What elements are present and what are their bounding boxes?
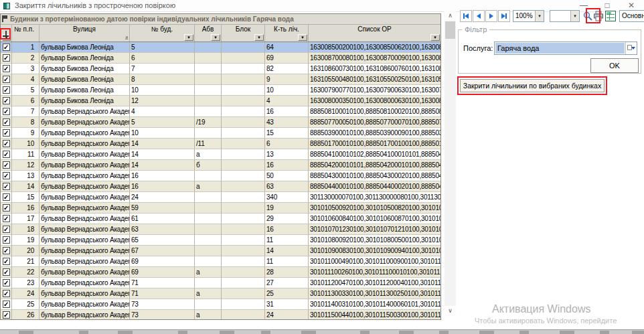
row-checkbox[interactable]: ✓ bbox=[3, 193, 10, 201]
layout-combobox[interactable]: Основна ▼ bbox=[619, 10, 644, 22]
row-checkbox[interactable]: ✓ bbox=[3, 204, 10, 212]
table-row[interactable]: ✓12бульвар Вернадського Академіка14б1688… bbox=[1, 160, 440, 171]
column-header-street[interactable]: Вулиця bbox=[39, 25, 130, 34]
table-row[interactable]: ✓7бульвар Вернадського Академіка41688850… bbox=[1, 106, 440, 117]
table-row[interactable]: ✓4бульвар Бикова Леоніда8916310550048010… bbox=[1, 74, 440, 85]
search-combobox[interactable]: ▼ bbox=[550, 10, 580, 22]
cell-abv: а bbox=[195, 288, 222, 299]
table-row[interactable]: ✓14бульвар Вернадського Академіка16а6388… bbox=[1, 181, 440, 192]
table-row[interactable]: ✓16бульвар Вернадського Академіка5919301… bbox=[1, 203, 440, 214]
nav-first-button[interactable] bbox=[460, 10, 472, 22]
row-checkbox[interactable]: ✓ bbox=[3, 268, 10, 276]
cell-count: 29 bbox=[265, 214, 309, 224]
row-checkbox[interactable]: ✓ bbox=[3, 183, 10, 190]
cell-block bbox=[222, 224, 265, 235]
nav-prev-button[interactable] bbox=[473, 10, 485, 22]
grid-rows: ✓1бульвар Бикова Леоніда5641630085002001… bbox=[1, 42, 440, 319]
chevron-down-icon[interactable]: ▼ bbox=[535, 11, 544, 21]
row-checkbox[interactable]: ✓ bbox=[3, 118, 10, 126]
filter-dropdown-list-icon[interactable]: ▼ bbox=[430, 34, 440, 41]
close-meters-button[interactable]: Закрити лічильники по вибраних будинках bbox=[460, 79, 605, 92]
column-header-num[interactable]: № п.п. bbox=[12, 25, 39, 34]
row-checkbox[interactable]: ✓ bbox=[3, 301, 10, 308]
zoom-combobox[interactable]: 100% ▼ bbox=[513, 10, 544, 22]
print-icon[interactable] bbox=[593, 11, 604, 21]
row-checkbox[interactable]: ✓ bbox=[3, 65, 10, 72]
chevron-down-icon[interactable]: ▼ bbox=[570, 11, 579, 21]
filter-dropdown-building-icon[interactable]: ▼ bbox=[184, 34, 193, 41]
cell-block bbox=[222, 64, 265, 74]
table-row[interactable]: ✓21бульвар Вернадського Академіка6911301… bbox=[1, 256, 440, 267]
row-checkbox[interactable]: ✓ bbox=[3, 86, 10, 94]
table-row[interactable]: ✓2бульвар Бикова Леоніда6691630087000801… bbox=[1, 53, 440, 64]
column-header-abv[interactable]: Абв bbox=[195, 25, 222, 34]
table-row[interactable]: ✓20бульвар Вернадського Академіка6714301… bbox=[1, 246, 440, 256]
row-checkbox[interactable]: ✓ bbox=[3, 279, 10, 286]
row-checkbox[interactable]: ✓ bbox=[3, 290, 10, 297]
cell-street: бульвар Вернадського Академіка bbox=[39, 288, 130, 299]
row-checkbox[interactable]: ✓ bbox=[3, 129, 10, 137]
filter-dropdown-abv-icon[interactable]: ▼ bbox=[211, 34, 220, 41]
column-header-block[interactable]: Блок bbox=[222, 25, 265, 34]
row-checkbox[interactable]: ✓ bbox=[3, 247, 10, 254]
table-row[interactable]: ✓5бульвар Бикова Леоніда1010163007900770… bbox=[1, 85, 440, 96]
filter-dropdown-count-icon[interactable]: ▼ bbox=[298, 34, 307, 41]
table-row[interactable]: ✓24бульвар Вернадського Академіка71а2530… bbox=[1, 288, 440, 299]
row-checkbox[interactable]: ✓ bbox=[3, 161, 10, 169]
row-checkbox[interactable]: ✓ bbox=[3, 236, 10, 244]
table-row[interactable]: ✓10бульвар Вернадського Академіка14/1168… bbox=[1, 139, 440, 149]
table-row[interactable]: ✓19бульвар Вернадського Академіка6511301… bbox=[1, 235, 440, 246]
row-checkbox[interactable]: ✓ bbox=[3, 44, 10, 51]
maximize-button[interactable]: □ bbox=[597, 0, 617, 11]
table-row[interactable]: ✓3бульвар Бикова Леоніда7821631086007301… bbox=[1, 64, 440, 74]
cell-building: 61 bbox=[130, 214, 195, 224]
table-row[interactable]: ✓8бульвар Вернадського Академіка5/194388… bbox=[1, 117, 440, 128]
column-header-building[interactable]: № буд. bbox=[130, 25, 195, 34]
row-checkbox[interactable]: ✓ bbox=[3, 215, 10, 222]
table-row[interactable]: ✓11бульвар Вернадського Академіка14а1388… bbox=[1, 149, 440, 160]
row-checkbox[interactable]: ✓ bbox=[3, 151, 10, 158]
export-excel-icon[interactable] bbox=[605, 11, 616, 21]
activation-watermark-title: Активация Windows bbox=[492, 303, 590, 315]
table-row[interactable]: ✓26бульвар Вернадського Академіка73а2430… bbox=[1, 310, 440, 319]
row-checkbox[interactable]: ✓ bbox=[3, 172, 10, 179]
filter-num[interactable] bbox=[12, 34, 39, 41]
table-row[interactable]: ✓17бульвар Вернадського Академіка6129301… bbox=[1, 214, 440, 224]
row-checkbox[interactable]: ✓ bbox=[3, 108, 10, 115]
column-header-list[interactable]: Список ОР bbox=[309, 25, 440, 34]
row-checkbox[interactable]: ✓ bbox=[3, 226, 10, 233]
cell-abv bbox=[195, 128, 222, 139]
table-row[interactable]: ✓9бульвар Вернадського Академіка10158885… bbox=[1, 128, 440, 139]
table-row[interactable]: ✓1бульвар Бикова Леоніда5641630085002001… bbox=[1, 42, 440, 53]
scrollbar-thumb[interactable] bbox=[445, 21, 455, 39]
cell-building: 14 bbox=[130, 139, 195, 149]
row-checkbox[interactable]: ✓ bbox=[3, 97, 10, 104]
service-dropdown-button[interactable] bbox=[625, 42, 637, 54]
table-row[interactable]: ✓13бульвар Вернадського Академіка1650888… bbox=[1, 171, 440, 181]
table-row[interactable]: ✓6бульвар Бикова Леоніда1241630080003501… bbox=[1, 96, 440, 106]
cell-block bbox=[222, 74, 265, 85]
select-all-icon[interactable] bbox=[3, 31, 9, 37]
cell-building: 14 bbox=[130, 149, 195, 160]
ok-button[interactable]: OK bbox=[590, 58, 639, 73]
grid-vertical-scrollbar[interactable]: ∧ ∨ bbox=[445, 11, 456, 316]
row-checkbox[interactable]: ✓ bbox=[3, 140, 10, 147]
column-header-count[interactable]: К-ть ліч. bbox=[265, 25, 309, 34]
row-checkbox[interactable]: ✓ bbox=[3, 54, 10, 62]
zoom-search-icon[interactable] bbox=[582, 11, 593, 21]
table-row[interactable]: ✓15бульвар Вернадського Академіка2434030… bbox=[1, 192, 440, 203]
nav-last-button[interactable] bbox=[498, 10, 510, 22]
service-combobox[interactable]: Гаряча вода bbox=[494, 41, 637, 55]
row-checkbox[interactable]: ✓ bbox=[3, 258, 10, 265]
table-row[interactable]: ✓25бульвар Вернадського Академіка7331301… bbox=[1, 299, 440, 310]
cell-street: бульвар Вернадського Академіка bbox=[39, 171, 130, 181]
table-row[interactable]: ✓22бульвар Вернадського Академіка69а2830… bbox=[1, 267, 440, 278]
scroll-down-icon[interactable]: ∨ bbox=[445, 306, 456, 316]
table-row[interactable]: ✓18бульвар Вернадського Академіка6316301… bbox=[1, 224, 440, 235]
scroll-up-icon[interactable]: ∧ bbox=[445, 11, 456, 21]
row-checkbox[interactable]: ✓ bbox=[3, 76, 10, 83]
row-checkbox[interactable]: ✓ bbox=[3, 311, 10, 319]
table-row[interactable]: ✓23бульвар Вернадського Академіка7127301… bbox=[1, 278, 440, 288]
nav-next-button[interactable] bbox=[485, 10, 497, 22]
filter-dropdown-block-icon[interactable]: ▼ bbox=[254, 34, 264, 41]
